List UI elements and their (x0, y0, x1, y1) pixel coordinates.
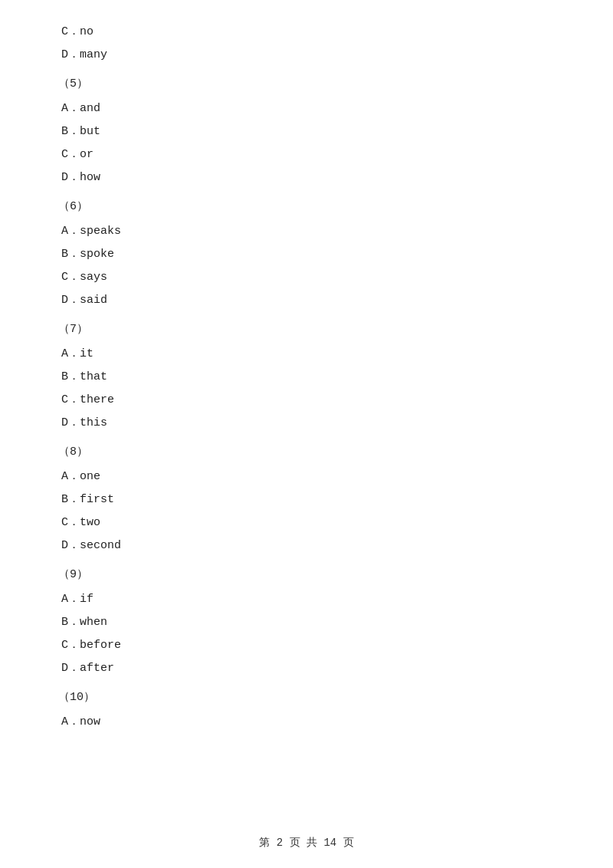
page-content: C．no D．many （5） A．and B．but C．or D．how （… (0, 0, 613, 782)
option-9d: D．after (46, 659, 567, 678)
option-6c-text: C．says (61, 271, 107, 284)
option-10a-text: A．now (61, 715, 100, 728)
option-8c-text: C．two (61, 516, 100, 529)
option-9b: B．when (46, 613, 567, 632)
option-7d: D．this (46, 414, 567, 432)
question-7-num: （7） (46, 321, 567, 339)
option-6d: D．said (46, 291, 567, 310)
option-5b: B．but (46, 123, 567, 141)
option-7d-text: D．this (61, 416, 107, 429)
option-7b-text: B．that (61, 370, 107, 383)
option-9c-text: C．before (61, 639, 121, 652)
option-9d-text: D．after (61, 662, 114, 675)
option-9c: C．before (46, 636, 567, 655)
option-5c-text: C．or (61, 148, 93, 161)
question-9-num-text: （9） (58, 568, 88, 581)
option-5c: C．or (46, 146, 567, 164)
option-8a: A．one (46, 468, 567, 486)
page-footer-text: 第 2 页 共 14 页 (259, 837, 353, 849)
page-footer: 第 2 页 共 14 页 (0, 836, 613, 850)
option-5d-text: D．how (61, 171, 100, 184)
question-9-num: （9） (46, 566, 567, 584)
question-7-num-text: （7） (58, 323, 88, 336)
question-5-num-text: （5） (58, 77, 88, 90)
option-7a-text: A．it (61, 347, 93, 360)
option-6a-text: A．speaks (61, 225, 121, 238)
option-5a: A．and (46, 100, 567, 118)
option-8a-text: A．one (61, 470, 100, 483)
option-7c: C．there (46, 391, 567, 409)
option-5a-text: A．and (61, 102, 100, 115)
question-10-num-text: （10） (58, 691, 95, 704)
option-7c-text: C．there (61, 393, 114, 406)
option-8d: D．second (46, 537, 567, 555)
option-8c: C．two (46, 514, 567, 532)
option-8b: B．first (46, 491, 567, 509)
option-6c: C．says (46, 268, 567, 287)
option-8b-text: B．first (61, 493, 114, 506)
question-8-num-text: （8） (58, 446, 88, 459)
option-6a: A．speaks (46, 222, 567, 241)
option-5d: D．how (46, 169, 567, 187)
option-10a: A．now (46, 713, 567, 732)
option-d-many: D．many (46, 46, 567, 64)
option-9a: A．if (46, 590, 567, 609)
option-8d-text: D．second (61, 539, 121, 552)
option-9b-text: B．when (61, 616, 107, 629)
option-6b-text: B．spoke (61, 248, 114, 261)
option-9a-text: A．if (61, 593, 93, 606)
option-7a: A．it (46, 345, 567, 363)
question-5-num: （5） (46, 75, 567, 94)
question-6-num: （6） (46, 198, 567, 216)
option-c-no-text: C．no (61, 25, 93, 38)
option-6d-text: D．said (61, 294, 107, 307)
option-d-many-text: D．many (61, 48, 107, 61)
option-5b-text: B．but (61, 125, 100, 138)
question-8-num: （8） (46, 443, 567, 462)
question-6-num-text: （6） (58, 200, 88, 213)
option-7b: B．that (46, 368, 567, 386)
option-6b: B．spoke (46, 245, 567, 264)
question-10-num: （10） (46, 689, 567, 707)
option-c-no: C．no (46, 23, 567, 41)
